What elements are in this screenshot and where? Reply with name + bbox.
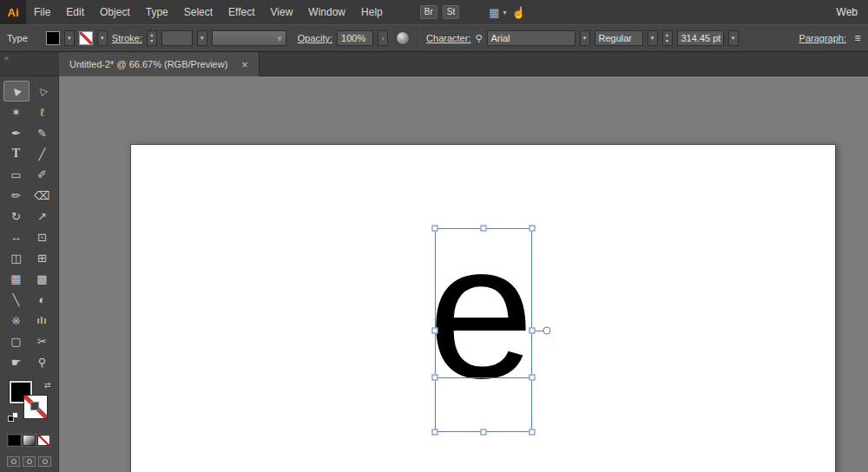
stroke-width-stepper[interactable]: ▴ ▾	[147, 30, 157, 46]
tool-direct-selection[interactable]: ▷	[30, 81, 56, 102]
draw-inside-button[interactable]	[38, 456, 51, 467]
menu-help[interactable]: Help	[353, 0, 391, 24]
selection-handle[interactable]	[529, 429, 536, 436]
font-family-field[interactable]: Arial	[487, 30, 575, 46]
tools-panel: ▶▷✶ℓ✒✎T╱▭✐✏⌫↻↗↔⊡◫⊞▦▩╲◐※ılı▢✂☛⚲ ⇄	[0, 76, 59, 472]
none-button[interactable]	[37, 435, 50, 446]
menu-type[interactable]: Type	[138, 0, 176, 24]
badge-st[interactable]: St	[443, 5, 459, 19]
font-style-dropdown[interactable]: ▾	[648, 30, 658, 46]
document-tab[interactable]: Untitled-2* @ 66.67% (RGB/Preview) ×	[59, 52, 260, 76]
tool-eyedropper[interactable]: ╲	[3, 289, 30, 310]
text-object[interactable]: e	[428, 216, 534, 407]
tool-artboard[interactable]: ▢	[3, 331, 30, 351]
spin-up-icon: ▴	[666, 32, 668, 38]
tool-column-graph[interactable]: ılı	[30, 310, 56, 331]
symbol-sprayer-tool-icon: ※	[11, 314, 21, 327]
spin-down-icon: ▾	[666, 38, 668, 44]
tool-selection[interactable]: ▶	[3, 81, 30, 102]
tool-eraser[interactable]: ⌫	[30, 185, 56, 206]
app-logo[interactable]: Ai	[0, 0, 26, 24]
font-search-icon[interactable]: ⚲	[475, 33, 482, 44]
main-area: ▶▷✶ℓ✒✎T╱▭✐✏⌫↻↗↔⊡◫⊞▦▩╲◐※ılı▢✂☛⚲ ⇄	[0, 76, 868, 472]
tool-paintbrush[interactable]: ✐	[30, 164, 56, 185]
brush-definition-dropdown[interactable]: ▾	[212, 30, 286, 46]
tool-shaper[interactable]: ✏	[3, 185, 30, 206]
tool-symbol-sprayer[interactable]: ※	[3, 310, 30, 331]
tool-type[interactable]: T	[3, 143, 30, 164]
tool-hand[interactable]: ☛	[3, 351, 30, 372]
context-label: Type	[7, 33, 28, 43]
paragraph-panel-link[interactable]: Paragraph:	[799, 33, 846, 43]
selection-tool-icon: ▶	[10, 85, 23, 98]
stroke-color-swatch[interactable]	[79, 31, 93, 45]
font-size-field[interactable]: 314.45 pt	[677, 30, 724, 46]
chevron-down-icon: ▾	[101, 35, 104, 42]
opacity-field[interactable]: 100%	[337, 30, 373, 46]
tool-free-transform[interactable]: ⊡	[30, 226, 56, 247]
workspace-layout-icon[interactable]: ▦	[489, 7, 499, 18]
collapse-panel-icon[interactable]: «	[4, 54, 9, 62]
tool-scale[interactable]: ↗	[30, 206, 56, 226]
default-fill-stroke-icon[interactable]	[8, 412, 19, 423]
stroke-width-field[interactable]	[161, 30, 193, 46]
opacity-panel-link[interactable]: Opacity:	[298, 33, 332, 43]
draw-inside-icon	[43, 459, 48, 464]
artboard[interactable]: e	[130, 144, 836, 472]
tool-magic-wand[interactable]: ✶	[3, 102, 30, 122]
touch-workspace-icon[interactable]: ☝	[512, 6, 526, 19]
tool-rotate[interactable]: ↻	[3, 206, 30, 226]
tool-rectangle[interactable]: ▭	[3, 164, 30, 185]
font-size-dropdown[interactable]: ▾	[728, 30, 739, 46]
menu-view[interactable]: View	[263, 0, 301, 24]
tool-gradient[interactable]: ▩	[30, 268, 56, 289]
tool-pen[interactable]: ✒	[3, 122, 30, 143]
workspace-label[interactable]: Web	[837, 6, 858, 18]
stroke-width-dropdown[interactable]: ▾	[197, 30, 207, 46]
selection-handle[interactable]	[432, 429, 438, 436]
tool-shape-builder[interactable]: ◫	[3, 247, 30, 268]
fill-color-dropdown[interactable]: ▾	[64, 30, 75, 46]
font-size-stepper[interactable]: ▴ ▾	[662, 30, 673, 46]
stroke-color-dropdown[interactable]: ▾	[97, 30, 108, 46]
align-left-icon[interactable]: ≡	[851, 31, 865, 45]
recolor-artwork-icon[interactable]	[396, 31, 410, 45]
menu-object[interactable]: Object	[92, 0, 138, 24]
selection-handle[interactable]	[481, 429, 487, 436]
swap-fill-stroke-icon[interactable]: ⇄	[44, 381, 51, 390]
color-button[interactable]	[8, 435, 21, 446]
fill-color-swatch[interactable]	[46, 31, 60, 45]
canvas[interactable]: e	[59, 76, 868, 472]
menu-edit[interactable]: Edit	[58, 0, 92, 24]
gradient-button[interactable]	[23, 435, 36, 446]
opacity-expand-button[interactable]: ›	[378, 30, 388, 46]
tool-zoom[interactable]: ⚲	[30, 351, 56, 372]
stroke-proxy-swatch[interactable]	[24, 396, 47, 418]
tool-mesh[interactable]: ▦	[3, 268, 30, 289]
menu-select[interactable]: Select	[176, 0, 220, 24]
font-family-dropdown[interactable]: ▾	[580, 30, 590, 46]
tool-width[interactable]: ↔	[3, 226, 30, 247]
tool-blend[interactable]: ◐	[30, 289, 56, 310]
side-circle-handle[interactable]	[543, 327, 551, 335]
width-tool-icon: ↔	[10, 231, 22, 244]
stroke-panel-link[interactable]: Stroke:	[112, 33, 142, 43]
tool-curvature[interactable]: ✎	[30, 122, 56, 143]
tool-line-segment[interactable]: ╱	[30, 143, 56, 164]
toolbar-collapse-strip[interactable]: «	[0, 52, 59, 75]
menu-file[interactable]: File	[26, 0, 58, 24]
draw-behind-button[interactable]	[23, 456, 36, 467]
tool-perspective-grid[interactable]: ⊞	[30, 247, 56, 268]
font-style-field[interactable]: Regular	[595, 30, 643, 46]
badge-br[interactable]: Br	[420, 5, 437, 19]
menu-badges: BrSt	[420, 5, 459, 19]
chevron-down-icon[interactable]: ▾	[503, 9, 506, 16]
tool-lasso[interactable]: ℓ	[30, 102, 56, 122]
draw-normal-button[interactable]	[7, 456, 20, 467]
character-panel-link[interactable]: Character:	[426, 33, 470, 43]
eraser-tool-icon: ⌫	[34, 189, 49, 202]
tool-slice[interactable]: ✂	[30, 331, 56, 351]
close-tab-icon[interactable]: ×	[241, 59, 248, 70]
menu-effect[interactable]: Effect	[220, 0, 262, 24]
menu-window[interactable]: Window	[300, 0, 353, 24]
